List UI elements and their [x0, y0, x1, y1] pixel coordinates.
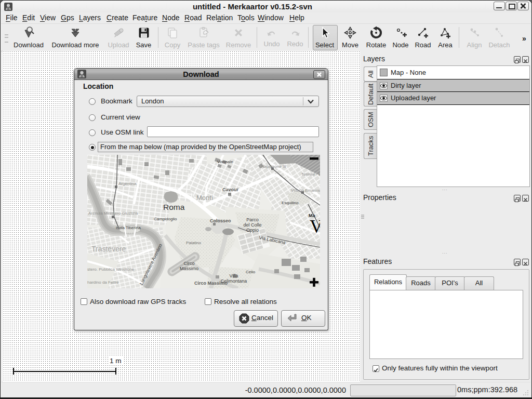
svg-text:Viminale: Viminale [217, 159, 233, 164]
svg-text:Circo: Circo [183, 261, 194, 266]
svg-text:Vittorio Emanuele: Vittorio Emanuele [291, 188, 320, 193]
svg-text:Massimo: Massimo [180, 266, 198, 271]
svg-text:Napoleone III: Napoleone III [261, 164, 286, 169]
svg-text:Isola Tiberina: Isola Tiberina [116, 225, 141, 230]
svg-text:Celio: Celio [246, 270, 256, 274]
svg-text:Campidoglio: Campidoglio [154, 217, 177, 221]
svg-text:Trastevere: Trastevere [91, 245, 126, 253]
svg-text:Roma: Roma [163, 203, 185, 211]
svg-text:Cavour: Cavour [222, 187, 239, 192]
svg-text:Termini - La: Termini - La [301, 172, 320, 177]
svg-text:Villa: Villa [230, 273, 238, 278]
svg-text:Argentina: Argentina [118, 181, 137, 186]
svg-text:Colosseo: Colosseo [210, 218, 231, 223]
svg-text:Celimontana: Celimontana [221, 278, 247, 284]
svg-text:hardino da Feltre: hardino da Feltre [87, 280, 119, 285]
svg-text:Parco: Parco [246, 217, 259, 222]
svg-text:Oppio: Oppio [246, 228, 259, 233]
svg-text:Palatino: Palatino [186, 241, 201, 245]
svg-text:Esquilino: Esquilino [282, 201, 299, 205]
svg-text:Monti: Monti [196, 194, 213, 202]
svg-text:Arenula Ministero Giustizia: Arenula Ministero Giustizia [88, 211, 138, 216]
svg-text:del Colle: del Colle [243, 222, 261, 228]
svg-text:stero. Pubblica Istruzione: stero. Pubblica Istruzione [87, 267, 134, 272]
svg-text:V: V [310, 216, 320, 237]
